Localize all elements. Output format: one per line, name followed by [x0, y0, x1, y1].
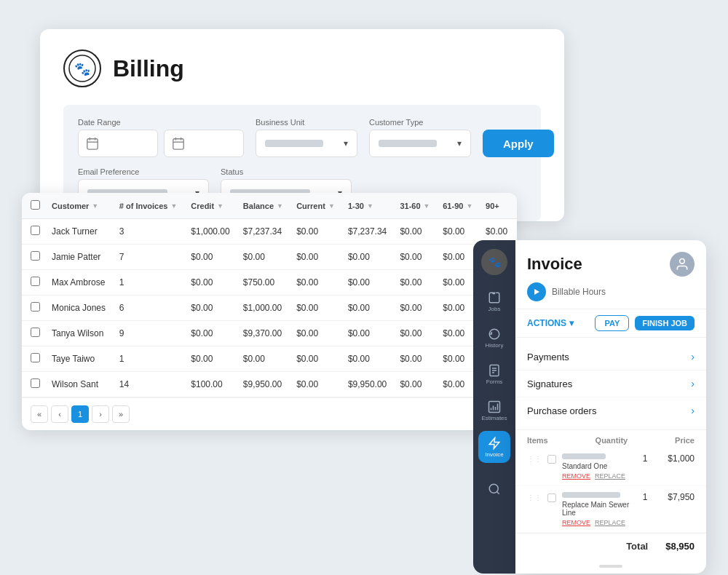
play-button[interactable]	[527, 282, 546, 301]
credit-cell: $0.00	[185, 270, 237, 296]
remove-item-1[interactable]: REMOVE	[562, 472, 590, 480]
drag-handle-2[interactable]: ⋮⋮	[527, 493, 542, 501]
row-checkbox-0[interactable]	[31, 226, 40, 235]
credit-cell: $0.00	[185, 245, 237, 270]
total-value: $8,950	[665, 541, 695, 552]
sidebar-item-history[interactable]: History	[478, 322, 510, 354]
billing-header: 🐾 Billing	[63, 49, 541, 87]
total-label: Total	[626, 541, 648, 552]
item-name-bar-2	[562, 492, 620, 498]
last-page-button[interactable]: »	[112, 405, 130, 423]
row-checkbox-cell	[22, 270, 46, 296]
invoice-sections: Payments › Signatures › Purchase orders …	[515, 338, 706, 429]
next-page-button[interactable]: ›	[92, 405, 109, 423]
replace-item-2[interactable]: REPLACE	[595, 519, 625, 526]
pay-button[interactable]: PAY	[595, 315, 629, 331]
filter-icon-invoices[interactable]: ▼	[170, 202, 177, 210]
row-checkbox-cell	[22, 219, 46, 245]
col-credit: Credit ▼	[185, 193, 237, 219]
invoice-header: Invoice	[515, 240, 706, 282]
customer-type-group: Customer Type ▾	[369, 118, 471, 157]
estimates-icon	[488, 400, 501, 413]
row-checkbox-4[interactable]	[31, 328, 40, 337]
finish-job-button[interactable]: FINISH JOB	[635, 316, 695, 330]
select-all-col	[22, 193, 46, 219]
items-col-header: Items	[527, 436, 548, 445]
invoices-cell: 14	[114, 372, 186, 397]
row-checkbox-5[interactable]	[31, 353, 40, 362]
svg-marker-25	[534, 289, 539, 295]
row-checkbox-3[interactable]	[31, 302, 40, 312]
filter-icon-31-60[interactable]: ▼	[424, 202, 430, 210]
item-checkbox-1[interactable]	[547, 455, 556, 464]
prev-page-button[interactable]: ‹	[51, 405, 68, 423]
payments-row[interactable]: Payments ›	[515, 344, 706, 370]
sidebar-item-jobs[interactable]: Jobs	[478, 285, 510, 317]
first-page-button[interactable]: «	[31, 405, 48, 423]
filter-icon-balance[interactable]: ▼	[277, 202, 283, 210]
calendar-from-icon	[86, 137, 99, 150]
row-checkbox-2[interactable]	[31, 277, 40, 286]
remove-item-2[interactable]: REMOVE	[562, 519, 590, 526]
filter-icon-61-90[interactable]: ▼	[466, 202, 472, 210]
page-1-button[interactable]: 1	[71, 405, 89, 423]
31-60-cell: $0.00	[394, 346, 437, 372]
row-checkbox-1[interactable]	[31, 251, 40, 261]
filter-icon-current[interactable]: ▼	[328, 202, 335, 210]
svg-rect-2	[87, 139, 98, 149]
filter-icon-credit[interactable]: ▼	[217, 202, 223, 210]
replace-item-1[interactable]: REPLACE	[595, 472, 625, 480]
invoices-cell: 9	[114, 321, 186, 346]
sidebar-item-forms[interactable]: Forms	[478, 358, 510, 390]
invoices-cell: 6	[114, 296, 186, 321]
31-60-cell: $0.00	[394, 321, 437, 346]
filter-row-1: Date Range	[78, 118, 526, 157]
pagination: « ‹ 1 › »	[22, 397, 517, 430]
table-panel: Customer ▼ # of Invoices ▼ Credit ▼	[22, 193, 517, 430]
sidebar-item-invoice[interactable]: Invoice	[478, 431, 510, 463]
price-col-header: Price	[675, 436, 695, 445]
1-30-cell: $0.00	[342, 296, 395, 321]
apply-button[interactable]: Apply	[483, 130, 554, 157]
invoice-title: Invoice	[527, 255, 582, 274]
jobs-icon	[488, 291, 501, 304]
item-name-bar-1	[562, 453, 606, 459]
business-unit-dropdown[interactable]: ▾	[256, 130, 357, 157]
credit-cell: $0.00	[185, 321, 237, 346]
search-icon	[488, 483, 501, 496]
svg-line-23	[496, 491, 499, 493]
customer-type-dropdown[interactable]: ▾	[369, 130, 471, 157]
table-body: Jack Turner 3 $1,000.00 $7,237.34 $0.00 …	[22, 219, 517, 397]
current-cell: $0.00	[290, 372, 342, 397]
date-from-input[interactable]	[78, 130, 158, 157]
history-icon	[488, 328, 501, 341]
user-icon	[675, 257, 689, 271]
date-to-input[interactable]	[164, 130, 244, 157]
item-price-2: $7,950	[658, 492, 695, 502]
invoice-label: Invoice	[485, 451, 503, 458]
filter-icon-customer[interactable]: ▼	[92, 202, 98, 210]
play-icon	[533, 288, 540, 296]
drag-handle-1[interactable]: ⋮⋮	[527, 455, 542, 463]
svg-marker-21	[489, 437, 499, 448]
purchase-orders-row[interactable]: Purchase orders ›	[515, 397, 706, 424]
item-checkbox-2[interactable]	[547, 493, 556, 502]
31-60-cell: $0.00	[394, 296, 437, 321]
sidebar-item-estimates[interactable]: Estimates	[478, 394, 510, 427]
filter-icon-1-30[interactable]: ▼	[367, 202, 373, 210]
signatures-row[interactable]: Signatures ›	[515, 370, 706, 397]
31-60-cell: $0.00	[394, 219, 437, 245]
date-range-inputs	[78, 130, 244, 157]
nav-logo-icon: 🐾	[484, 252, 505, 272]
email-preference-label: Email Preference	[78, 167, 209, 176]
row-checkbox-6[interactable]	[31, 378, 40, 388]
actions-button[interactable]: ACTIONS ▾	[527, 318, 574, 328]
business-unit-label: Business Unit	[256, 118, 357, 127]
invoice-item-2: ⋮⋮ Replace Main Sewer Line REMOVE REPLAC…	[515, 486, 706, 533]
row-checkbox-cell	[22, 296, 46, 321]
select-all-checkbox[interactable]	[31, 200, 40, 210]
sidebar-item-search[interactable]	[478, 473, 510, 505]
table-row: Wilson Sant 14 $100.00 $9,950.00 $0.00 $…	[22, 372, 517, 397]
invoices-cell: 1	[114, 270, 186, 296]
business-unit-group: Business Unit ▾	[256, 118, 357, 157]
